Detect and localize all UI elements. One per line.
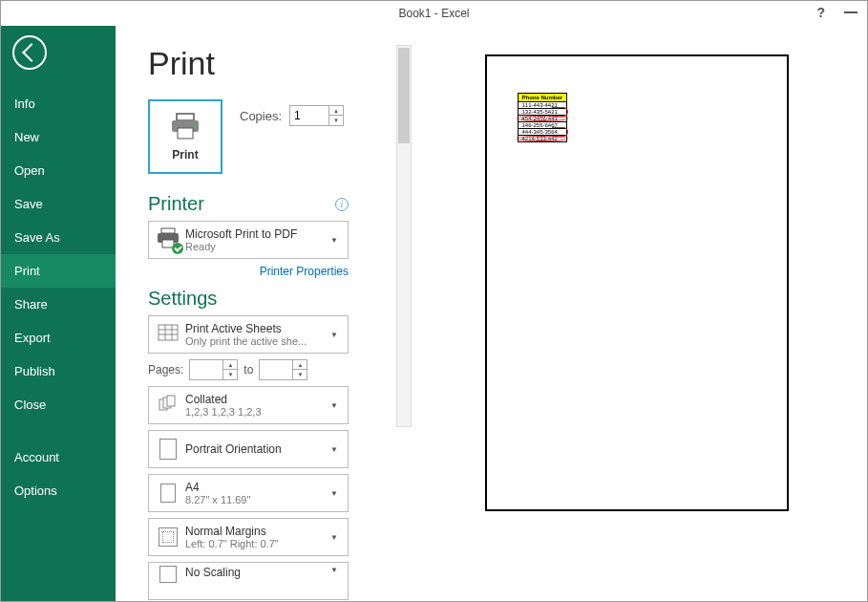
up[interactable]: ▲ <box>293 360 307 370</box>
sidebar-item-export[interactable]: Export <box>1 321 116 355</box>
orientation-main: Portrait Orientation <box>185 442 327 456</box>
sidebar-item-info[interactable]: Info <box>1 87 116 120</box>
printer-icon <box>169 112 201 144</box>
titlebar: Book1 - Excel ? <box>1 1 867 26</box>
svg-rect-4 <box>161 228 175 233</box>
back-button[interactable] <box>12 35 47 70</box>
print-button[interactable]: Print <box>148 99 222 174</box>
printer-dropdown[interactable]: Microsoft Print to PDF Ready ▼ <box>148 221 349 259</box>
sheets-icon <box>158 324 179 345</box>
svg-rect-7 <box>159 325 178 340</box>
copies-down[interactable]: ▼ <box>329 116 343 125</box>
collation-sub: 1,2,3 1,2,3 1,2,3 <box>185 406 327 418</box>
backstage-sidebar: Info New Open Save Save As Print Share E… <box>1 26 116 601</box>
settings-heading: Settings <box>148 288 217 310</box>
print-what-dropdown[interactable]: Print Active Sheets Only print the activ… <box>148 315 349 354</box>
up[interactable]: ▲ <box>223 360 237 370</box>
margins-sub: Left: 0.7" Right: 0.7" <box>185 538 327 549</box>
copies-spinner[interactable]: ▲ ▼ <box>289 105 344 126</box>
sidebar-item-print[interactable]: Print <box>1 254 116 288</box>
svg-rect-2 <box>178 128 193 139</box>
chevron-down-icon: ▼ <box>327 236 342 245</box>
chevron-down-icon: ▼ <box>327 401 342 410</box>
sidebar-item-open[interactable]: Open <box>1 154 116 187</box>
sidebar-item-save[interactable]: Save <box>1 187 116 221</box>
page-preview: Phone Number 111-443-4421132-435-5421454… <box>485 54 789 511</box>
sidebar-item-options[interactable]: Options <box>1 474 116 507</box>
page-icon <box>160 484 176 503</box>
print-preview-pane: Phone Number 111-443-4421132-435-5421454… <box>406 45 848 601</box>
orientation-dropdown[interactable]: Portrait Orientation ▼ <box>148 430 349 468</box>
chevron-down-icon: ▼ <box>327 533 342 542</box>
paper-main: A4 <box>185 481 327 494</box>
chevron-down-icon: ▼ <box>327 489 342 498</box>
printer-heading: Printer <box>148 193 204 215</box>
portrait-icon <box>159 439 177 460</box>
scrollbar-thumb[interactable] <box>398 48 410 143</box>
print-button-label: Print <box>172 148 198 161</box>
sidebar-item-new[interactable]: New <box>1 120 116 154</box>
pages-to-input[interactable] <box>260 360 292 379</box>
help-icon[interactable]: ? <box>816 5 825 20</box>
preview-table: Phone Number 111-443-4421132-435-5421454… <box>518 93 568 142</box>
preview-cell: 444-345-3564 <box>518 129 567 136</box>
pages-to-spinner[interactable]: ▲▼ <box>259 359 307 380</box>
collation-dropdown[interactable]: Collated 1,2,3 1,2,3 1,2,3 ▼ <box>148 386 349 424</box>
preview-cell: 454-2456-443 <box>518 116 567 122</box>
preview-cell: 132-435-5421 <box>518 109 567 116</box>
minimize-icon[interactable] <box>844 11 857 13</box>
pages-from-spinner[interactable]: ▲▼ <box>189 359 238 380</box>
margins-dropdown[interactable]: Normal Margins Left: 0.7" Right: 0.7" ▼ <box>148 518 349 556</box>
pages-label: Pages: <box>148 363 183 376</box>
margins-icon <box>159 527 178 547</box>
scaling-icon <box>159 566 177 583</box>
checkmark-icon <box>172 243 183 254</box>
print-what-main: Print Active Sheets <box>185 322 327 335</box>
info-icon[interactable]: i <box>335 198 349 211</box>
svg-point-3 <box>194 123 197 126</box>
margins-main: Normal Margins <box>185 525 327 538</box>
scaling-dropdown[interactable]: No Scaling ▼ <box>148 562 349 600</box>
down[interactable]: ▼ <box>293 370 307 379</box>
svg-rect-14 <box>167 396 175 406</box>
pages-to-label: to <box>243 363 253 376</box>
paper-dropdown[interactable]: A4 8.27" x 11.69" ▼ <box>148 474 349 512</box>
page-title: Print <box>148 45 406 82</box>
sidebar-item-publish[interactable]: Publish <box>1 355 116 388</box>
collate-icon <box>158 395 179 416</box>
down[interactable]: ▼ <box>223 370 237 379</box>
copies-input[interactable] <box>290 106 328 125</box>
printer-status: Ready <box>185 241 327 252</box>
back-arrow-icon <box>22 43 41 62</box>
copies-label: Copies: <box>240 109 282 123</box>
svg-rect-0 <box>177 114 194 120</box>
preview-header: Phone Number <box>518 94 567 102</box>
printer-properties-link[interactable]: Printer Properties <box>148 265 349 278</box>
sidebar-item-account[interactable]: Account <box>1 441 116 474</box>
preview-cell: 4214-533-442 <box>518 136 567 142</box>
chevron-down-icon: ▼ <box>327 566 342 574</box>
sidebar-item-share[interactable]: Share <box>1 288 116 321</box>
chevron-down-icon: ▼ <box>327 331 342 339</box>
scaling-main: No Scaling <box>185 566 327 579</box>
window-title: Book1 - Excel <box>398 7 469 20</box>
settings-scrollbar[interactable] <box>396 45 412 427</box>
paper-sub: 8.27" x 11.69" <box>185 494 327 505</box>
sidebar-item-save-as[interactable]: Save As <box>1 221 116 254</box>
chevron-down-icon: ▼ <box>327 445 342 454</box>
pages-from-input[interactable] <box>190 360 222 379</box>
collation-main: Collated <box>185 393 327 406</box>
sidebar-item-close[interactable]: Close <box>1 388 116 421</box>
copies-up[interactable]: ▲ <box>329 106 343 116</box>
print-what-sub: Only print the active she... <box>185 335 327 347</box>
printer-name: Microsoft Print to PDF <box>185 227 327 241</box>
